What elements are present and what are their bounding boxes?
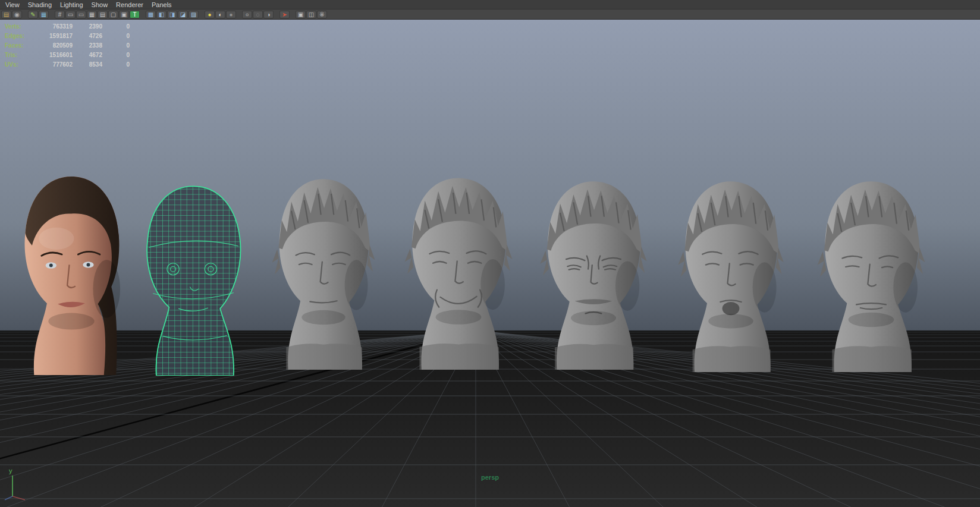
menu-view[interactable]: View xyxy=(1,0,24,10)
film-gate-icon[interactable]: ▭ xyxy=(65,11,76,18)
hud-value: 4672 xyxy=(73,51,102,60)
hud-value: 2338 xyxy=(73,41,102,51)
hud-row-label: Verts: xyxy=(5,22,39,32)
menu-lighting[interactable]: Lighting xyxy=(56,0,87,10)
checker-icon[interactable]: ▨ xyxy=(189,11,199,18)
shadows-icon[interactable]: ◐ xyxy=(215,11,225,18)
hud-value: 1591817 xyxy=(39,32,73,41)
share-screenshot-icon[interactable]: ※ xyxy=(317,11,327,18)
wireframe-icon[interactable]: ▩ xyxy=(146,11,156,18)
model-scan-head-squint[interactable] xyxy=(804,174,938,372)
snapshot-icon[interactable]: ▣ xyxy=(296,11,306,18)
default-lighting-icon[interactable]: ○ xyxy=(242,11,252,18)
hud-value: 0 xyxy=(102,60,130,70)
hud-row-label: Edges: xyxy=(5,32,39,41)
model-wireframe-head[interactable] xyxy=(126,178,260,376)
field-chart-icon[interactable]: ▤ xyxy=(98,11,108,18)
safe-title-icon[interactable]: ▣ xyxy=(119,11,129,18)
hud-value: 4726 xyxy=(73,32,102,41)
camera-name-label: persp xyxy=(481,474,499,481)
textured-view-icon[interactable]: T xyxy=(130,11,140,18)
resolution-gate-icon[interactable]: ▭ xyxy=(76,11,86,18)
grease-pencil-icon[interactable]: ✎ xyxy=(28,11,38,18)
two-sided-lighting-icon[interactable]: ◑ xyxy=(263,11,274,18)
axis-y-label: y xyxy=(9,467,12,474)
hud-value: 1516601 xyxy=(39,51,73,60)
hud-row-label: UVs: xyxy=(5,60,39,70)
xray-icon[interactable]: ◪ xyxy=(178,11,188,18)
panel-menu-bar: View Shading Lighting Show Renderer Pane… xyxy=(0,0,980,10)
isolate-select-icon[interactable]: ➤ xyxy=(279,11,290,18)
flat-lighting-icon[interactable]: ◌ xyxy=(253,11,263,18)
model-scan-head-neutral[interactable] xyxy=(259,171,388,370)
use-all-lights-icon[interactable]: ● xyxy=(205,11,215,18)
hud-row-label: Tris: xyxy=(5,51,39,60)
poly-count-hud: Verts: 763319 2390 0 Edges: 1591817 4726… xyxy=(5,22,130,70)
model-scan-head-smile[interactable] xyxy=(391,170,526,370)
gate-mask-icon[interactable]: ▦ xyxy=(87,11,97,18)
hud-value: 0 xyxy=(102,51,130,60)
hud-value: 0 xyxy=(102,22,130,32)
hud-value: 0 xyxy=(102,32,130,41)
ambient-occlusion-icon[interactable]: ● xyxy=(226,11,236,18)
model-scan-head-grimace[interactable] xyxy=(527,174,660,370)
sequence-icon[interactable]: ◫ xyxy=(306,11,316,18)
model-textured-head[interactable] xyxy=(4,168,139,375)
viewport-persp[interactable]: Verts: 763319 2390 0 Edges: 1591817 4726… xyxy=(0,20,980,507)
wireframe-on-shaded-icon[interactable]: ◨ xyxy=(167,11,177,18)
hud-value: 763319 xyxy=(39,22,73,32)
menu-panels[interactable]: Panels xyxy=(147,0,176,10)
hud-value: 2390 xyxy=(73,22,102,32)
hud-value: 8534 xyxy=(73,60,102,70)
hud-value: 777602 xyxy=(39,60,73,70)
panel-toolbar: ▤◉✎▦#▭▭▦▤▢▣T▩◧◨◪▨●◐●○◌◑➤▣◫※ xyxy=(0,10,980,20)
menu-shading[interactable]: Shading xyxy=(24,0,56,10)
menu-show[interactable]: Show xyxy=(87,0,112,10)
toolbar-icon-strip: ▤◉✎▦#▭▭▦▤▢▣T▩◧◨◪▨●◐●○◌◑➤▣◫※ xyxy=(1,11,333,18)
grid-icon[interactable]: # xyxy=(55,11,65,18)
hud-value: 0 xyxy=(102,41,130,51)
camera-bookmark-icon[interactable]: ▦ xyxy=(39,11,49,18)
hud-value: 820509 xyxy=(39,41,73,51)
world-axis-indicator: y xyxy=(4,467,34,501)
model-scan-head-open-mouth[interactable] xyxy=(665,174,797,372)
pin-panel-icon[interactable]: ◉ xyxy=(12,11,22,18)
maya-viewport-panel: View Shading Lighting Show Renderer Pane… xyxy=(0,0,980,507)
panel-menu-icon[interactable]: ▤ xyxy=(1,11,11,18)
menu-renderer[interactable]: Renderer xyxy=(112,0,147,10)
hud-row-label: Faces: xyxy=(5,41,39,51)
safe-action-icon[interactable]: ▢ xyxy=(108,11,118,18)
shaded-icon[interactable]: ◧ xyxy=(156,11,167,18)
